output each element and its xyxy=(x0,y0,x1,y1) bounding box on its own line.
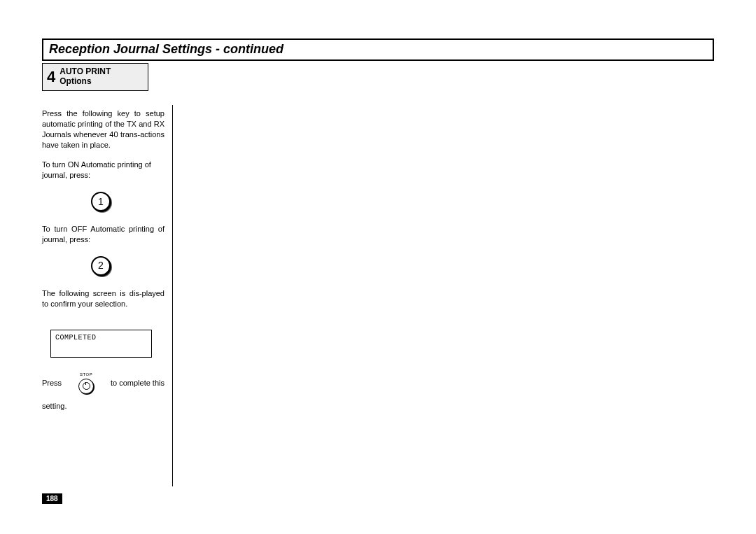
paragraph-on: To turn ON Automatic printing of journal… xyxy=(42,160,164,181)
paragraph-off: To turn OFF Automatic printing of journa… xyxy=(42,224,164,245)
section-title-bar: Reception Journal Settings - continued xyxy=(42,38,714,61)
lcd-display: COMPLETED xyxy=(50,330,152,358)
stop-label: STOP xyxy=(80,372,92,377)
section-title: Reception Journal Settings - continued xyxy=(49,42,284,56)
press-word: Press xyxy=(42,378,62,388)
setting-word: setting. xyxy=(42,401,164,412)
press-line: Press STOP to complete this xyxy=(42,372,164,393)
paragraph-confirm: The following screen is dis-played to co… xyxy=(42,288,164,309)
stop-circle-icon xyxy=(78,379,94,394)
page-number: 188 xyxy=(42,493,62,504)
key-2-icon: 2 xyxy=(91,256,111,276)
stop-button-icon: STOP xyxy=(78,372,94,393)
power-icon xyxy=(83,382,90,390)
manual-page: Reception Journal Settings - continued 4… xyxy=(0,0,756,534)
column-divider xyxy=(172,105,173,486)
step-box: 4 AUTO PRINT Options xyxy=(42,63,148,91)
step-number: 4 xyxy=(43,68,59,86)
step-line2: Options xyxy=(59,76,91,86)
left-column: Press the following key to setup automat… xyxy=(42,108,164,411)
step-line1: AUTO PRINT xyxy=(59,66,111,76)
step-label: AUTO PRINT Options xyxy=(59,67,111,87)
key-1-icon: 1 xyxy=(91,192,111,211)
paragraph-intro: Press the following key to setup automat… xyxy=(42,108,164,150)
press-tail: to complete this xyxy=(111,378,164,388)
